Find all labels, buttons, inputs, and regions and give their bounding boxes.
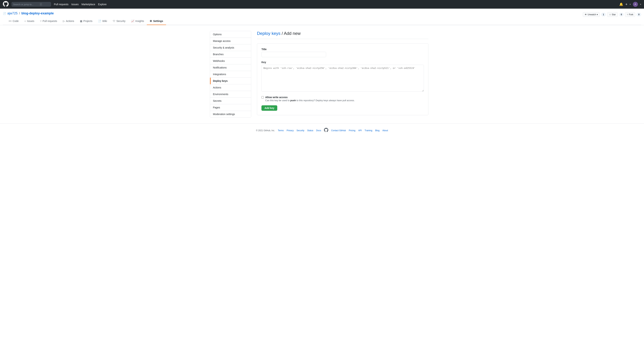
- unwatch-dropdown-icon[interactable]: ▾: [597, 13, 598, 16]
- nav-explore[interactable]: Explore: [98, 3, 106, 6]
- tab-pull-requests[interactable]: ⑂ Pull requests: [37, 18, 60, 25]
- repo-header-top: 📄 ajw725 / blog-deploy-example 👁 Unwatch…: [3, 12, 641, 18]
- breadcrumb-separator: /: [282, 31, 284, 36]
- top-nav-right: 🔔 + ▾ A ▾: [619, 2, 641, 7]
- sidebar-item-options[interactable]: Options: [210, 31, 251, 38]
- github-footer-logo-icon: [324, 128, 328, 133]
- key-label: Key: [262, 61, 424, 64]
- settings-icon: ⚙: [150, 20, 152, 23]
- footer-docs-link[interactable]: Docs: [316, 129, 321, 132]
- sidebar-item-environments[interactable]: Environments: [210, 91, 251, 98]
- star-label: Star: [612, 13, 616, 16]
- footer-training-link[interactable]: Training: [364, 129, 372, 132]
- footer-security-link[interactable]: Security: [296, 129, 304, 132]
- tab-security[interactable]: 🛡 Security: [110, 18, 128, 25]
- nav-pull-requests[interactable]: Pull requests: [54, 3, 68, 6]
- avatar[interactable]: A: [633, 2, 638, 7]
- sidebar-item-secrets[interactable]: Secrets: [210, 98, 251, 104]
- settings-sidebar: Options Manage access Security & analysi…: [210, 31, 251, 118]
- sidebar-item-webhooks[interactable]: Webhooks: [210, 58, 251, 64]
- title-label: Title: [262, 48, 424, 51]
- breadcrumb-separator: /: [19, 12, 20, 15]
- key-textarea[interactable]: [262, 65, 424, 92]
- unwatch-button[interactable]: 👁 Unwatch ▾: [583, 12, 600, 17]
- page-footer: © 2021 GitHub, Inc. Terms Privacy Securi…: [0, 123, 644, 137]
- tab-settings-label: Settings: [153, 20, 163, 23]
- plus-dropdown-arrow[interactable]: ▾: [630, 3, 631, 6]
- star-button[interactable]: ☆ Star: [607, 12, 618, 17]
- tab-code-label: Code: [12, 20, 18, 23]
- footer-pricing-link[interactable]: Pricing: [349, 129, 356, 132]
- footer-contact-link[interactable]: Contact GitHub: [331, 129, 346, 132]
- fork-icon: ⑂: [627, 13, 628, 16]
- search-input[interactable]: [13, 3, 38, 6]
- insights-icon: 📈: [131, 20, 134, 23]
- allow-write-description: Can this key be used to push to this rep…: [265, 99, 355, 102]
- repo-header: 📄 ajw725 / blog-deploy-example 👁 Unwatch…: [0, 9, 644, 25]
- allow-write-label[interactable]: Allow write access: [265, 96, 288, 99]
- plus-icon[interactable]: +: [625, 2, 628, 7]
- tab-actions[interactable]: ▷ Actions: [60, 18, 77, 25]
- top-navigation: / Pull requests Issues Marketplace Explo…: [0, 0, 644, 9]
- fork-label: Fork: [629, 13, 633, 16]
- notifications-bell-icon[interactable]: 🔔: [619, 2, 623, 6]
- projects-icon: ▦: [80, 20, 82, 23]
- footer-about-link[interactable]: About: [382, 129, 388, 132]
- sidebar-item-notifications[interactable]: Notifications: [210, 64, 251, 71]
- unwatch-count: 1: [601, 13, 606, 16]
- sidebar-item-moderation-settings[interactable]: Moderation settings: [210, 111, 251, 117]
- unwatch-label: Unwatch: [588, 13, 596, 16]
- fork-button[interactable]: ⑂ Fork: [625, 12, 635, 17]
- footer-status-link[interactable]: Status: [307, 129, 314, 132]
- tab-settings[interactable]: ⚙ Settings: [147, 18, 166, 25]
- repo-name-link[interactable]: blog-deploy-example: [22, 12, 54, 15]
- footer-api-link[interactable]: API: [358, 129, 362, 132]
- top-nav-links: Pull requests Issues Marketplace Explore: [54, 3, 106, 6]
- tab-security-label: Security: [116, 20, 126, 23]
- footer-terms-link[interactable]: Terms: [278, 129, 284, 132]
- repo-actions: 👁 Unwatch ▾ 1 ☆ Star 0 ⑂ Fork 0: [583, 12, 641, 17]
- search-box[interactable]: /: [12, 2, 51, 7]
- sidebar-item-security-analysis[interactable]: Security & analysis: [210, 44, 251, 51]
- actions-icon: ▷: [63, 20, 65, 23]
- tab-projects[interactable]: ▦ Projects: [77, 18, 96, 25]
- repo-icon: 📄: [3, 12, 6, 15]
- sidebar-item-actions[interactable]: Actions: [210, 84, 251, 91]
- sidebar-item-deploy-keys[interactable]: Deploy keys: [210, 78, 251, 84]
- footer-privacy-link[interactable]: Privacy: [286, 129, 294, 132]
- key-field-group: Key: [262, 61, 424, 92]
- sidebar-item-branches[interactable]: Branches: [210, 51, 251, 58]
- code-icon: <>: [8, 20, 12, 23]
- title-field-group: Title: [262, 48, 424, 57]
- page-header: Deploy keys / Add new: [257, 31, 428, 39]
- tab-insights[interactable]: 📈 Insights: [128, 18, 147, 25]
- repo-owner-link[interactable]: ajw725: [7, 12, 18, 15]
- tab-issues[interactable]: ○ Issues: [22, 18, 37, 25]
- tab-insights-label: Insights: [135, 20, 144, 23]
- add-key-button[interactable]: Add key: [262, 105, 277, 111]
- repo-title: 📄 ajw725 / blog-deploy-example: [3, 12, 54, 15]
- title-input[interactable]: [262, 52, 326, 57]
- deploy-key-form: Title Key Allow write access Can this ke…: [257, 43, 428, 115]
- sidebar-item-integrations[interactable]: Integrations: [210, 71, 251, 78]
- search-key-hint: /: [40, 3, 42, 6]
- tab-code[interactable]: <> Code: [6, 18, 22, 25]
- tab-wiki-label: Wiki: [102, 20, 107, 23]
- nav-issues[interactable]: Issues: [71, 3, 78, 6]
- allow-write-checkbox[interactable]: [262, 96, 264, 99]
- breadcrumb-deploy-keys-link[interactable]: Deploy keys: [257, 31, 280, 36]
- sidebar-item-manage-access[interactable]: Manage access: [210, 38, 251, 44]
- main-container: Options Manage access Security & analysi…: [207, 25, 437, 123]
- page-title: Add new: [284, 31, 300, 36]
- allow-write-access-group: Allow write access Can this key be used …: [262, 96, 424, 102]
- pr-icon: ⑂: [40, 20, 42, 23]
- fork-count: 0: [637, 13, 641, 16]
- sidebar-item-pages[interactable]: Pages: [210, 104, 251, 111]
- avatar-dropdown-arrow[interactable]: ▾: [640, 3, 641, 6]
- nav-marketplace[interactable]: Marketplace: [82, 3, 95, 6]
- settings-content: Deploy keys / Add new Title Key: [251, 31, 434, 118]
- tab-wiki[interactable]: 📄 Wiki: [95, 18, 110, 25]
- github-logo-icon[interactable]: [3, 1, 8, 8]
- star-count: 0: [619, 13, 624, 16]
- footer-blog-link[interactable]: Blog: [375, 129, 380, 132]
